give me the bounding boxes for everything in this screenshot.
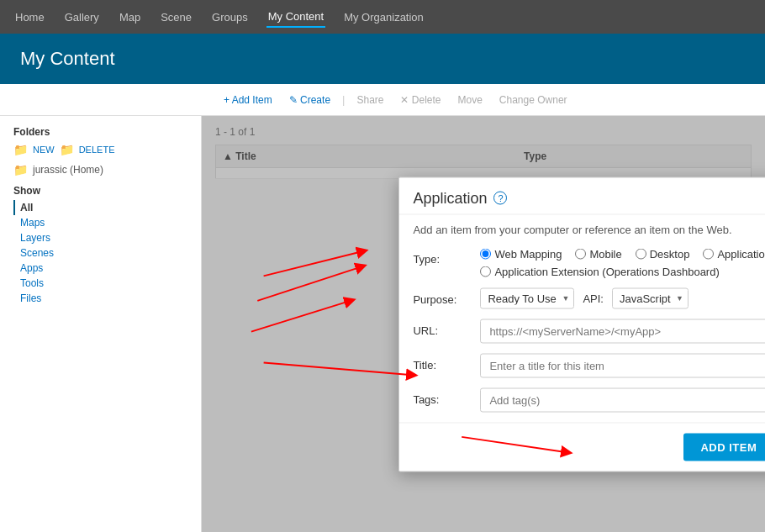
url-label: URL: bbox=[413, 319, 472, 336]
nav-item-gallery[interactable]: Gallery bbox=[63, 8, 101, 27]
url-row: URL: bbox=[413, 319, 765, 343]
tags-input[interactable] bbox=[480, 387, 765, 412]
tags-content bbox=[480, 387, 765, 412]
title-input[interactable] bbox=[480, 353, 765, 377]
nav-item-scene[interactable]: Scene bbox=[159, 8, 193, 27]
nav-item-mycontent[interactable]: My Content bbox=[266, 7, 325, 28]
home-folder-icon: 📁 bbox=[13, 163, 28, 176]
nav-item-myorg[interactable]: My Organization bbox=[342, 8, 425, 27]
purpose-row: Purpose: Ready To Use Other API: bbox=[413, 287, 765, 308]
sidebar: Folders 📁 NEW 📁 DELETE 📁 jurassic (Home)… bbox=[0, 116, 202, 532]
add-item-submit-button[interactable]: ADD ITEM bbox=[683, 433, 765, 461]
radio-app-extension[interactable]: Application Extension (Operations Dashbo… bbox=[480, 265, 719, 277]
create-button[interactable]: ✎ Create bbox=[284, 92, 335, 108]
tags-label: Tags: bbox=[413, 387, 472, 405]
modal-subtitle: Add an item from your computer or refere… bbox=[399, 214, 765, 240]
show-label: Show bbox=[13, 185, 187, 197]
purpose-content: Ready To Use Other API: JavaScript REST … bbox=[480, 287, 765, 308]
page-title: My Content bbox=[20, 48, 115, 70]
move-button[interactable]: Move bbox=[453, 92, 488, 108]
modal-body: Type: Web Mapping Mobile Desktop bbox=[399, 240, 765, 412]
radio-application[interactable]: Application bbox=[703, 247, 765, 260]
url-content bbox=[480, 319, 765, 343]
radio-desktop[interactable]: Desktop bbox=[636, 247, 690, 260]
modal-dialog: Application ? × Add an item from your co… bbox=[398, 176, 765, 471]
purpose-label: Purpose: bbox=[413, 287, 472, 305]
show-tools[interactable]: Tools bbox=[13, 276, 187, 291]
modal-title-text: Application bbox=[413, 189, 487, 207]
toolbar: + Add Item ✎ Create | Share ✕ Delete Mov… bbox=[0, 84, 765, 116]
radio-mobile[interactable]: Mobile bbox=[575, 247, 621, 260]
new-folder-button[interactable]: NEW bbox=[33, 145, 55, 155]
api-label: API: bbox=[583, 292, 604, 304]
modal-title: Application ? bbox=[413, 189, 507, 207]
show-section: Show All Maps Layers Scenes Apps Tools F… bbox=[13, 185, 187, 306]
nav-item-home[interactable]: Home bbox=[13, 8, 46, 27]
show-layers[interactable]: Layers bbox=[13, 230, 187, 245]
nav-item-map[interactable]: Map bbox=[118, 8, 142, 27]
type-content: Web Mapping Mobile Desktop Application bbox=[480, 247, 765, 277]
folder-icon-2: 📁 bbox=[60, 143, 74, 156]
show-scenes[interactable]: Scenes bbox=[13, 245, 187, 261]
home-folder-name: jurassic (Home) bbox=[33, 164, 103, 176]
purpose-api-inline: Ready To Use Other API: JavaScript REST … bbox=[480, 287, 765, 308]
api-select-wrap: JavaScript REST Other bbox=[612, 287, 688, 308]
folder-actions-row: 📁 NEW 📁 DELETE bbox=[13, 143, 187, 156]
show-maps[interactable]: Maps bbox=[13, 215, 187, 230]
purpose-select-wrap: Ready To Use Other bbox=[480, 287, 574, 308]
show-all[interactable]: All bbox=[13, 200, 187, 215]
url-input[interactable] bbox=[480, 319, 765, 343]
change-owner-button[interactable]: Change Owner bbox=[494, 92, 572, 108]
folders-label: Folders bbox=[13, 126, 187, 138]
main-area: Folders 📁 NEW 📁 DELETE 📁 jurassic (Home)… bbox=[0, 116, 765, 532]
page-header: My Content bbox=[0, 34, 765, 84]
show-apps[interactable]: Apps bbox=[13, 261, 187, 276]
modal-footer: ADD ITEM CANCEL bbox=[399, 422, 765, 471]
api-select[interactable]: JavaScript REST Other bbox=[612, 287, 688, 308]
share-button[interactable]: Share bbox=[351, 92, 388, 108]
content-area: 1 - 1 of 1 ▲ Title Type Application bbox=[202, 116, 765, 532]
type-row: Type: Web Mapping Mobile Desktop bbox=[413, 247, 765, 277]
purpose-select[interactable]: Ready To Use Other bbox=[480, 287, 574, 308]
home-folder-row[interactable]: 📁 jurassic (Home) bbox=[13, 163, 187, 176]
title-row: Title: bbox=[413, 353, 765, 377]
delete-folder-button[interactable]: DELETE bbox=[79, 145, 115, 155]
title-label: Title: bbox=[413, 353, 472, 371]
modal-header: Application ? × bbox=[399, 177, 765, 214]
help-icon[interactable]: ? bbox=[493, 192, 507, 205]
nav-item-groups[interactable]: Groups bbox=[210, 8, 250, 27]
add-item-button[interactable]: + Add Item bbox=[219, 92, 277, 108]
folder-icon: 📁 bbox=[13, 143, 28, 156]
type-radio-group-2: Application Extension (Operations Dashbo… bbox=[480, 265, 765, 277]
delete-button[interactable]: ✕ Delete bbox=[395, 92, 446, 108]
nav-bar: Home Gallery Map Scene Groups My Content… bbox=[0, 0, 765, 34]
type-radio-group: Web Mapping Mobile Desktop Application bbox=[480, 247, 765, 260]
tags-row: Tags: bbox=[413, 387, 765, 412]
radio-web-mapping[interactable]: Web Mapping bbox=[480, 247, 562, 260]
show-files[interactable]: Files bbox=[13, 291, 187, 306]
type-label: Type: bbox=[413, 247, 472, 265]
title-content bbox=[480, 353, 765, 377]
